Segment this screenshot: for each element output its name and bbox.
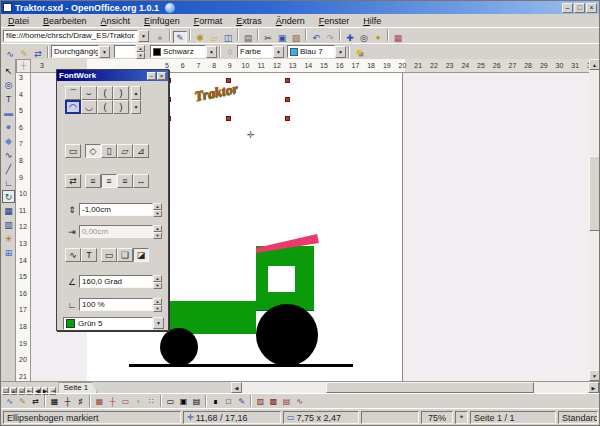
url-input[interactable] xyxy=(3,30,138,42)
select[interactable]: ↖ xyxy=(2,64,15,77)
shadow-size-field[interactable]: 100 % xyxy=(79,298,153,311)
fw-semi-down-button[interactable]: ◡ xyxy=(81,100,97,114)
fw-paren-l-button[interactable]: ( xyxy=(97,86,113,100)
vertical-scrollbar[interactable]: ▲ ▼ xyxy=(589,59,600,381)
scroll-down-arrow[interactable]: ▼ xyxy=(589,370,600,381)
shadow-toggle-icon[interactable]: ■ xyxy=(352,45,366,58)
win-min-button[interactable]: – xyxy=(562,3,573,13)
rect-tool[interactable]: ▬ xyxy=(2,106,15,119)
fw-al-center-button[interactable]: ≡ xyxy=(101,174,117,188)
fontwork-rollup-button[interactable]: – xyxy=(147,72,156,80)
fw-arc-down-button[interactable]: ⌣ xyxy=(81,86,97,100)
fw-semi-up-button[interactable]: ◠ xyxy=(65,100,81,114)
fw-contour-letters-button[interactable]: T xyxy=(81,248,97,262)
text-tool[interactable]: T xyxy=(2,92,15,105)
width-up[interactable]: ▲ xyxy=(136,45,145,52)
menu-ansicht[interactable]: Ansicht xyxy=(94,15,138,27)
horizontal-scroll-thumb[interactable] xyxy=(326,382,534,393)
line-color-dropdown[interactable]: Schwarz xyxy=(150,45,206,58)
fw-arc-up-button[interactable]: ⌒ xyxy=(65,86,81,100)
fw-rotate-button[interactable]: ◇ xyxy=(85,144,101,158)
window-titlebar[interactable]: Traktor.sxd - OpenOffice.org 1.0.1 –□× xyxy=(1,1,599,14)
align-tool[interactable]: ▦ xyxy=(2,204,15,217)
menu-format[interactable]: Format xyxy=(187,15,230,27)
rotation-pivot-icon[interactable]: ✛ xyxy=(247,130,255,140)
shadow-color-arrow[interactable]: ▼ xyxy=(153,317,164,329)
area-color-arrow[interactable]: ▼ xyxy=(335,46,346,58)
fw-open-r-button[interactable]: ) xyxy=(113,100,129,114)
shadow-size-down[interactable]: ▼ xyxy=(153,305,162,312)
curve-tool[interactable]: ∿ xyxy=(2,148,15,161)
line-style-dropdown[interactable]: Durchgängig xyxy=(51,45,99,58)
opt-helplines-icon[interactable]: ┼ xyxy=(61,395,74,407)
shadow-angle-down[interactable]: ▼ xyxy=(153,282,162,289)
selection-handle-e[interactable] xyxy=(285,97,290,102)
opt-quick-edit-icon[interactable]: ▭ xyxy=(164,395,177,407)
shadow-angle-field[interactable]: 160,0 Grad xyxy=(79,275,153,288)
area-color-dropdown[interactable]: Blau 7 xyxy=(287,45,335,58)
effects-tool[interactable]: ✳ xyxy=(2,232,15,245)
fw-sh-vert-button[interactable]: ❏ xyxy=(117,248,133,262)
scroll-up-arrow[interactable]: ▲ xyxy=(589,59,600,70)
arrange-tool[interactable]: ▥ xyxy=(2,218,15,231)
connector-tool[interactable]: ∟ xyxy=(2,176,15,189)
opt-ph-contour-icon[interactable]: ▩ xyxy=(267,395,280,407)
menu-ändern[interactable]: Ändern xyxy=(269,15,312,27)
line-color-arrow[interactable]: ▼ xyxy=(206,46,217,58)
fw-upright-button[interactable]: ▯ xyxy=(101,144,117,158)
distance-down[interactable]: ▼ xyxy=(153,210,162,217)
status-zoom[interactable]: 75% xyxy=(421,411,453,424)
insert-tool[interactable]: ⊞ xyxy=(2,246,15,259)
opt-ph-text-icon[interactable]: ▤ xyxy=(280,395,293,407)
fontwork-close-button[interactable]: × xyxy=(157,72,166,80)
menu-einfügen[interactable]: Einfügen xyxy=(137,15,187,27)
line-width-spinner[interactable]: ▲▼ xyxy=(114,45,145,58)
url-dropdown-button[interactable]: ▼ xyxy=(138,30,149,42)
opt-grid-icon[interactable]: ▦ xyxy=(48,395,61,407)
shadow-size-up[interactable]: ▲ xyxy=(153,298,162,305)
distance-field[interactable]: -1,00cm xyxy=(79,203,153,216)
fw-paren-r-button[interactable]: ) xyxy=(113,86,129,100)
opt-handles-l-icon[interactable]: □ xyxy=(222,395,235,407)
tractor-ground-line[interactable] xyxy=(129,364,353,367)
rotate-tool[interactable]: ↻ xyxy=(2,190,15,203)
win-max-button[interactable]: □ xyxy=(574,3,585,13)
fw-orient-button[interactable]: ⇄ xyxy=(65,174,81,188)
opt-helpfront-icon[interactable]: ♯ xyxy=(74,395,87,407)
fontwork-titlebar[interactable]: FontWork – × xyxy=(57,70,168,81)
line-style-arrow[interactable]: ▼ xyxy=(99,46,110,58)
width-down[interactable]: ▼ xyxy=(136,52,145,59)
fw-al-size-button[interactable]: ↔ xyxy=(133,174,149,188)
menu-hilfe[interactable]: Hilfe xyxy=(356,15,388,27)
opt-attr-icon[interactable]: ✎ xyxy=(235,395,248,407)
vertical-ruler[interactable]: 3456789101112131415161718192021 xyxy=(16,73,31,381)
opt-snap-border-icon[interactable]: ▫ xyxy=(132,395,145,407)
area-type-dropdown[interactable]: Farbe xyxy=(237,45,273,58)
fw-slant-h-button[interactable]: ▱ xyxy=(117,144,133,158)
opt-snap-points-icon[interactable]: ∷ xyxy=(145,395,158,407)
fw-sh-none-button[interactable]: ▭ xyxy=(101,248,117,262)
threed-tool[interactable]: ◆ xyxy=(2,134,15,147)
area-type-arrow[interactable]: ▼ xyxy=(273,46,284,58)
line-tool[interactable]: ╱ xyxy=(2,162,15,175)
fw-contour-button[interactable]: ∿ xyxy=(65,248,81,262)
menu-fenster[interactable]: Fenster xyxy=(312,15,357,27)
selection-handle-s[interactable] xyxy=(226,116,231,121)
scroll-left-arrow[interactable]: ◀ xyxy=(231,382,242,393)
fw-open-l-button[interactable]: ( xyxy=(97,100,113,114)
shadow-color-dropdown[interactable]: Grün 5 xyxy=(63,317,153,330)
fw-al-right-button[interactable]: ≡ xyxy=(117,174,133,188)
opt-ph-line-icon[interactable]: ∿ xyxy=(293,395,306,407)
vertical-scroll-thumb[interactable] xyxy=(589,156,600,231)
opt-snap-grid-icon[interactable]: ▦ xyxy=(93,395,106,407)
fontwork-shapes-scroll-up[interactable]: ▲ xyxy=(131,86,141,100)
zoom-tool[interactable]: ◎ xyxy=(2,78,15,91)
opt-edit-points-icon[interactable]: ∿ xyxy=(3,395,16,407)
scroll-right-arrow[interactable]: ▶ xyxy=(588,382,599,393)
distance-up[interactable]: ▲ xyxy=(153,203,162,210)
opt-arrows-icon[interactable]: ⇄ xyxy=(29,395,42,407)
selection-handle-n[interactable] xyxy=(226,78,231,83)
fw-off-button[interactable]: ▭ xyxy=(65,144,81,158)
shadow-angle-up[interactable]: ▲ xyxy=(153,275,162,282)
fontwork-dialog[interactable]: FontWork – × ⌒⌣()◠◡() ▲ ▼ ▭◇▯▱⊿ ⇄≡≡≡↔ ⇕ … xyxy=(56,69,169,331)
